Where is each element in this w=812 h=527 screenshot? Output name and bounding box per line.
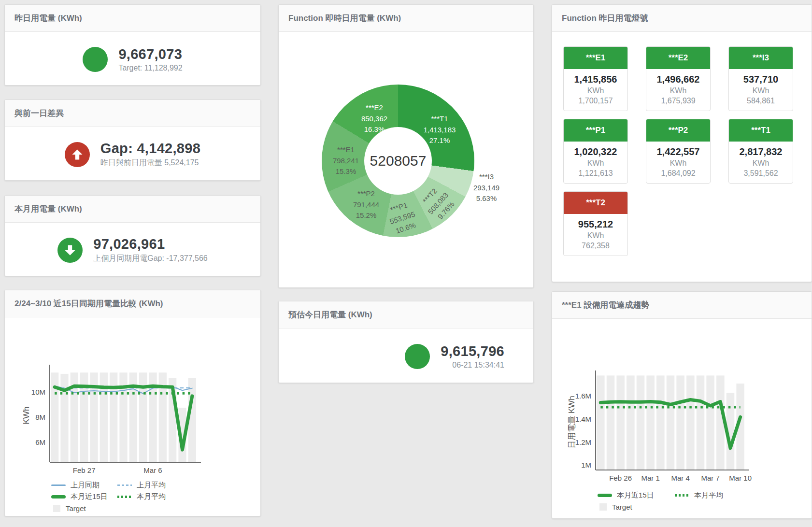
svg-text:Mar 4: Mar 4 bbox=[671, 474, 689, 482]
panel-e1-trend: ***E1 設備用電達成趨勢 1M1.2M1.4M1.6MFeb 26Mar 1… bbox=[552, 291, 812, 519]
estimate-stat: 9,615,796 06-21 15:34:41 bbox=[279, 328, 533, 384]
gap-stat: Gap: 4,142,898 昨日與前日用電量 5,524,175 bbox=[5, 127, 260, 182]
svg-text:6M: 6M bbox=[35, 438, 45, 446]
legend-item-this-month[interactable]: 本月近15日 bbox=[51, 491, 117, 502]
svg-text:1M: 1M bbox=[581, 461, 591, 469]
estimate-stat-text: 9,615,796 06-21 15:34:41 bbox=[441, 343, 504, 370]
svg-text:1.6M: 1.6M bbox=[575, 392, 591, 400]
svg-text:Mar 1: Mar 1 bbox=[641, 474, 659, 482]
light-tile-t1-unit: KWh bbox=[729, 159, 793, 168]
light-tile-p2-unit: KWh bbox=[646, 159, 710, 168]
light-tile-i3-header: ***I3 bbox=[729, 47, 793, 69]
panel-compare-title: 2/24~3/10 近15日同期用電量比較 (KWh) bbox=[5, 290, 260, 317]
svg-text:10M: 10M bbox=[31, 388, 45, 396]
arrow-up-icon bbox=[65, 142, 90, 167]
month-value: 97,026,961 bbox=[93, 236, 208, 252]
light-tile-i3: ***I3 537,710 KWh 584,861 bbox=[728, 46, 793, 111]
light-tile-p1-header: ***P1 bbox=[564, 119, 627, 142]
svg-text:Mar 6: Mar 6 bbox=[143, 466, 162, 474]
panel-gap-title: 與前一日差異 bbox=[5, 100, 260, 127]
svg-text:8M: 8M bbox=[35, 413, 45, 421]
yesterday-value: 9,667,073 bbox=[118, 46, 182, 62]
svg-text:KWh: KWh bbox=[22, 407, 31, 425]
green-status-circle-icon bbox=[405, 344, 430, 369]
light-tile-t2-value: 955,212 bbox=[564, 219, 627, 230]
light-tile-t1-target: 3,591,562 bbox=[729, 169, 793, 178]
panel-donut-title: Function 即時日用電量 (KWh) bbox=[279, 5, 533, 32]
month-stat-text: 97,026,961 上個月同期用電Gap: -17,377,566 bbox=[93, 236, 208, 264]
light-tile-i3-target: 584,861 bbox=[729, 97, 793, 105]
green-status-circle-icon bbox=[83, 47, 108, 72]
green-dot-swatch bbox=[117, 496, 132, 498]
gray-box-swatch bbox=[53, 505, 60, 512]
legend-item-last-month[interactable]: 上月同期 bbox=[51, 480, 117, 491]
light-tile-p2-value: 1,422,557 bbox=[646, 146, 710, 157]
legend-item-this-month-avg[interactable]: 本月平均 bbox=[117, 491, 166, 502]
legend-item-target[interactable]: Target bbox=[598, 501, 675, 513]
gap-value: Gap: 4,142,898 bbox=[100, 141, 200, 157]
panel-yesterday-title: 昨日用電量 (KWh) bbox=[5, 5, 260, 32]
estimate-timestamp: 06-21 15:34:41 bbox=[441, 361, 504, 370]
light-tile-p1-value: 1,020,322 bbox=[564, 146, 627, 157]
panel-month-title: 本月用電量 (KWh) bbox=[5, 196, 260, 223]
arrow-down-icon bbox=[57, 238, 83, 263]
svg-text:Mar 7: Mar 7 bbox=[701, 474, 719, 482]
estimate-value: 9,615,796 bbox=[441, 343, 504, 359]
trend-chart-legend: 本月近15日 本月平均 Target bbox=[598, 490, 723, 513]
svg-text:Mar 10: Mar 10 bbox=[729, 474, 752, 482]
donut-label-p2: ***P2 791,444 15.2% bbox=[353, 188, 379, 221]
blue-line-swatch bbox=[51, 484, 66, 486]
month-stat: 97,026,961 上個月同期用電Gap: -17,377,566 bbox=[5, 223, 260, 277]
light-tile-e2-target: 1,675,939 bbox=[646, 97, 710, 105]
yesterday-stat-text: 9,667,073 Target: 11,128,992 bbox=[118, 46, 182, 72]
e1-trend-chart[interactable]: 1M1.2M1.4M1.6MFeb 26Mar 1Mar 4Mar 7Mar 1… bbox=[552, 319, 811, 488]
blue-dash-swatch bbox=[117, 484, 132, 486]
light-tile-e1-unit: KWh bbox=[564, 86, 627, 95]
light-tile-p2: ***P2 1,422,557 KWh 1,684,092 bbox=[646, 119, 711, 184]
panel-lights-title: Function 昨日用電燈號 bbox=[552, 5, 812, 32]
light-tile-e1-header: ***E1 bbox=[564, 47, 627, 69]
panel-estimate-title: 預估今日用電量 (KWh) bbox=[279, 301, 533, 328]
gray-box-swatch bbox=[599, 503, 607, 511]
svg-text:1.2M: 1.2M bbox=[575, 438, 591, 446]
panel-realtime-donut: Function 即時日用電量 (KWh) 5208057 ***T1 1,41… bbox=[278, 4, 534, 288]
light-tile-t2-header: ***T2 bbox=[564, 192, 627, 214]
light-tile-t2-target: 762,358 bbox=[564, 242, 627, 250]
donut-label-t1: ***T1 1,413,183 27.1% bbox=[424, 114, 456, 146]
compare-chart[interactable]: 6M8M10MFeb 27Mar 6KWh bbox=[5, 317, 260, 479]
light-tile-p1-unit: KWh bbox=[564, 159, 627, 168]
light-tile-i3-value: 537,710 bbox=[729, 74, 793, 85]
light-tile-e1: ***E1 1,415,856 KWh 1,700,157 bbox=[563, 46, 628, 111]
svg-text:1.4M: 1.4M bbox=[575, 415, 591, 423]
panel-today-estimate: 預估今日用電量 (KWh) 9,615,796 06-21 15:34:41 bbox=[278, 301, 534, 383]
yesterday-target: Target: 11,128,992 bbox=[118, 64, 182, 72]
gap-stat-text: Gap: 4,142,898 昨日與前日用電量 5,524,175 bbox=[100, 141, 200, 168]
svg-text:日用電量 KWh: 日用電量 KWh bbox=[567, 396, 576, 449]
light-tile-e2-header: ***E2 bbox=[646, 47, 710, 69]
donut-chart[interactable]: 5208057 ***T1 1,413,183 27.1% ***E2 850,… bbox=[279, 32, 533, 289]
light-tile-t1: ***T1 2,817,832 KWh 3,591,562 bbox=[728, 119, 793, 184]
light-tile-t2-unit: KWh bbox=[564, 231, 627, 240]
donut-label-e2: ***E2 850,362 16.3% bbox=[361, 102, 387, 135]
legend-item-target[interactable]: Target bbox=[51, 503, 117, 514]
light-tile-e2-value: 1,496,662 bbox=[646, 74, 710, 85]
svg-text:Feb 27: Feb 27 bbox=[73, 466, 96, 474]
light-tile-e1-target: 1,700,157 bbox=[564, 97, 627, 105]
green-line-swatch bbox=[598, 494, 612, 497]
light-tile-t1-header: ***T1 bbox=[729, 119, 793, 142]
light-tile-p1-target: 1,121,613 bbox=[564, 169, 627, 178]
light-tile-e2: ***E2 1,496,662 KWh 1,675,939 bbox=[646, 46, 711, 111]
legend-item-this-month-avg[interactable]: 本月平均 bbox=[675, 490, 723, 501]
legend-item-last-month-avg[interactable]: 上月平均 bbox=[117, 480, 166, 491]
light-tile-i3-unit: KWh bbox=[729, 86, 793, 95]
light-tiles-grid: ***E1 1,415,856 KWh 1,700,157 ***E2 1,49… bbox=[552, 32, 812, 256]
yesterday-stat: 9,667,073 Target: 11,128,992 bbox=[5, 32, 260, 86]
light-tile-e2-unit: KWh bbox=[646, 86, 710, 95]
panel-month-usage: 本月用電量 (KWh) 97,026,961 上個月同期用電Gap: -17,3… bbox=[4, 195, 261, 276]
light-tile-e1-value: 1,415,856 bbox=[564, 74, 627, 85]
green-line-swatch bbox=[51, 495, 66, 499]
legend-item-this-month[interactable]: 本月近15日 bbox=[598, 490, 675, 501]
svg-text:Feb 26: Feb 26 bbox=[609, 474, 632, 482]
panel-yesterday-usage: 昨日用電量 (KWh) 9,667,073 Target: 11,128,992 bbox=[4, 4, 261, 85]
light-tile-p2-header: ***P2 bbox=[646, 119, 710, 142]
